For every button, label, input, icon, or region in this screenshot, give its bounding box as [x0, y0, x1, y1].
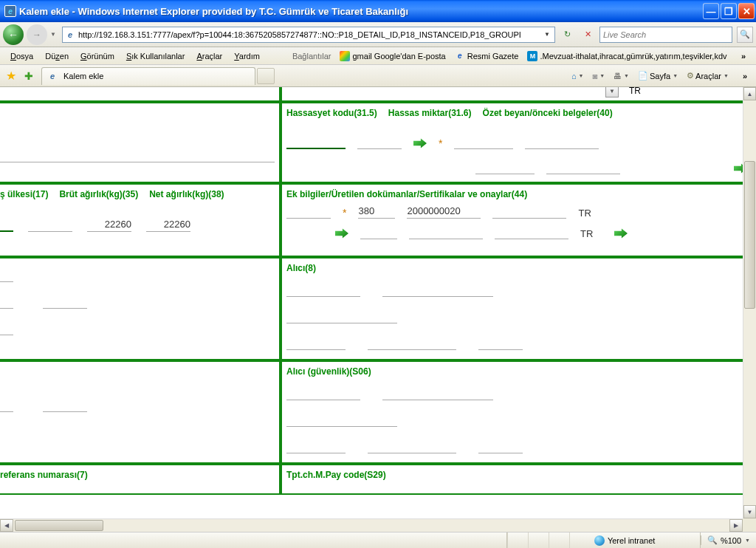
sec-hassas-miktar: Hassas miktar(31.6) [388, 108, 472, 118]
field-net[interactable]: 22260 [146, 219, 190, 232]
scroll-thumb[interactable] [744, 161, 755, 309]
search-button[interactable]: 🔍 [737, 27, 753, 43]
close-button[interactable]: ✕ [738, 3, 755, 19]
arrow-icon[interactable] [413, 137, 427, 149]
field-brut[interactable]: 22260 [87, 219, 131, 232]
search-input[interactable] [603, 30, 729, 39]
f[interactable] [368, 337, 456, 350]
vertical-scrollbar[interactable]: ▲ ▼ [743, 87, 756, 518]
field-44f[interactable] [495, 226, 568, 239]
tools-menu[interactable]: ⚙Araçlar▼ [683, 68, 732, 84]
maximize-button[interactable]: ❐ [721, 3, 737, 19]
field-44-v2[interactable]: 2000000020 [407, 205, 481, 219]
f[interactable] [478, 337, 523, 350]
scroll-up-button[interactable]: ▲ [743, 87, 756, 100]
feeds-button[interactable]: ◙▼ [588, 68, 608, 84]
content-area: ▼ TR 3) Hassasyet kodu(31.5) Hassas mikt… [0, 87, 756, 532]
f[interactable] [0, 399, 13, 412]
sec-tpt: Tpt.ch.M.Pay code(S29) [286, 470, 743, 480]
required-icon: * [343, 207, 346, 219]
field-316[interactable] [357, 136, 402, 149]
field-44a[interactable] [286, 205, 331, 219]
f[interactable] [0, 295, 13, 309]
tab-active[interactable]: e Kalem ekle [41, 67, 255, 85]
search-box[interactable] [599, 27, 732, 43]
help-button[interactable] [734, 68, 735, 84]
field-315[interactable] [286, 136, 346, 149]
tool-more[interactable]: » [737, 72, 753, 81]
address-bar[interactable]: e ▼ [62, 27, 555, 43]
favorites-button[interactable]: ★ [3, 68, 19, 84]
f[interactable] [286, 310, 397, 323]
f[interactable] [382, 387, 493, 400]
sec-ozet-beyan: Özet beyan/önceki belgeler(40) [483, 108, 613, 118]
field-44d[interactable] [360, 226, 397, 239]
f[interactable] [43, 399, 87, 412]
f[interactable] [286, 414, 397, 427]
menu-sik[interactable]: Sık Kullanılanlar [120, 49, 191, 63]
arrow-icon[interactable] [335, 227, 348, 239]
field-40d[interactable] [546, 161, 620, 174]
sec-varis: Varış ülkesi(17) [0, 189, 48, 199]
f[interactable] [478, 440, 523, 453]
field-44c[interactable] [492, 205, 566, 219]
scroll-left-button[interactable]: ◀ [0, 519, 13, 532]
field-40c[interactable] [475, 161, 535, 174]
page-menu[interactable]: 📄Sayfa▼ [634, 68, 681, 84]
fav-gmail[interactable]: gmail Google'dan E-posta [335, 49, 450, 63]
stop-button[interactable]: ✕ [579, 27, 597, 43]
f[interactable] [286, 440, 346, 453]
f[interactable] [0, 269, 13, 282]
cell-31-40: Hassasyet kodu(31.5) Hassas miktar(31.6)… [281, 102, 743, 183]
home-button[interactable]: ⌂▼ [568, 68, 588, 84]
cell-top-right: ▼ TR [281, 87, 743, 102]
minimize-button[interactable]: — [703, 3, 719, 19]
field-3a[interactable] [0, 149, 275, 162]
new-tab-button[interactable] [257, 68, 275, 84]
back-button[interactable]: ← [3, 24, 24, 45]
add-favorite-button[interactable]: ✚ [21, 68, 37, 84]
field-44-v1[interactable]: 380 [358, 205, 395, 219]
menu-duzen[interactable]: Düzen [39, 49, 75, 63]
dropdown-icon[interactable]: ▼ [605, 87, 619, 97]
field-40a[interactable] [454, 136, 513, 149]
menu-more[interactable]: » [735, 52, 752, 61]
horizontal-scrollbar[interactable]: ◀ ▶ [0, 518, 743, 532]
menu-araclar[interactable]: Araçlar [190, 49, 228, 63]
zoom-dropdown-icon[interactable]: ▼ [745, 538, 750, 543]
history-dropdown[interactable]: ▼ [50, 31, 59, 38]
menu-gorunum[interactable]: Görünüm [75, 49, 120, 63]
f[interactable] [286, 387, 360, 400]
f[interactable] [43, 295, 87, 309]
forward-button[interactable]: → [27, 24, 47, 45]
hscroll-thumb[interactable] [15, 520, 103, 531]
scroll-down-button[interactable]: ▼ [743, 505, 756, 518]
zoom-control[interactable]: 🔍 %100 ▼ [701, 535, 756, 545]
field-varis2[interactable] [28, 219, 72, 232]
f[interactable] [382, 284, 493, 297]
cell-blank-1 [0, 257, 281, 360]
fav-mevzuat[interactable]: M.Mevzuat-ithalat,ihracat,gümrük,yatırım… [523, 49, 731, 63]
arrow-icon[interactable] [614, 227, 628, 239]
scroll-right-button[interactable]: ▶ [729, 519, 743, 532]
tab-toolbar: ★ ✚ e Kalem ekle ⌂▼ ◙▼ 🖶▼ 📄Sayfa▼ ⚙Araçl… [0, 65, 756, 87]
f[interactable] [368, 440, 456, 453]
print-button[interactable]: 🖶▼ [610, 68, 633, 84]
f[interactable] [0, 322, 13, 335]
field-40b[interactable] [525, 136, 599, 149]
url-input[interactable] [78, 30, 541, 39]
sec-alici: Alıcı(8) [286, 263, 743, 273]
menu-yardim[interactable]: Yardım [228, 49, 266, 63]
fav-resmi[interactable]: eResmi Gazete [450, 49, 523, 63]
f[interactable] [286, 337, 346, 350]
cell-tpt: Tpt.ch.M.Pay code(S29) [281, 464, 743, 495]
security-zone[interactable]: Yerel intranet [590, 532, 701, 548]
sec-alici-guv: Alıcı (güvenlik)(S06) [286, 366, 743, 377]
refresh-button[interactable]: ↻ [558, 27, 576, 43]
address-dropdown[interactable]: ▼ [541, 31, 553, 38]
arrow-icon-r[interactable] [734, 162, 743, 174]
field-44e[interactable] [409, 226, 483, 239]
field-varis[interactable] [0, 219, 13, 232]
menu-dosya[interactable]: Dosya [4, 49, 39, 63]
f[interactable] [286, 284, 360, 297]
